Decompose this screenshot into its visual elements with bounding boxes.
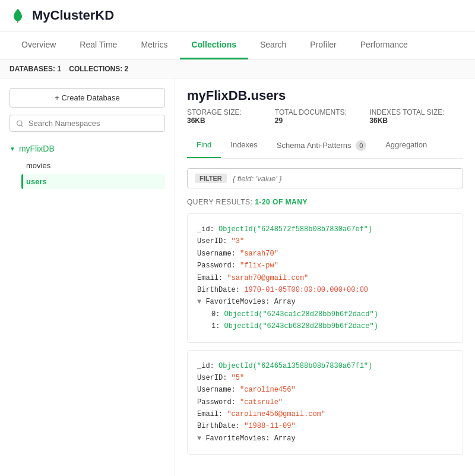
- filter-label: FILTER: [195, 174, 227, 183]
- storage-size-meta: STORAGE SIZE: 36KB: [187, 108, 261, 125]
- indexes-total-label: INDEXES TOTAL SIZE:: [369, 108, 444, 116]
- sidebar: + Create Database ▼ myFlixDB movies user…: [0, 78, 175, 476]
- tab-aggregation[interactable]: Aggregation: [376, 134, 436, 158]
- document-card-2: _id: ObjectId("62465a13588b08b7830a67f1"…: [187, 350, 463, 455]
- indexes-total-value: 36KB: [369, 116, 388, 125]
- databases-value: 1: [57, 65, 61, 73]
- doc-field-username: Username: "sarah70": [197, 248, 453, 260]
- collection-list: movies users: [10, 158, 165, 189]
- main-nav: Overview Real Time Metrics Collections S…: [0, 31, 475, 60]
- header: MyClusterKD: [0, 0, 475, 31]
- query-results-label: QUERY RESULTS: 1-20 OF MANY: [187, 198, 463, 206]
- collection-item-users[interactable]: users: [21, 174, 165, 189]
- doc2-field-favmovies: ▼ FavoriteMovies: Array: [197, 433, 453, 445]
- total-docs-meta: TOTAL DOCUMENTS: 29: [275, 108, 356, 125]
- query-results-range: 1-20 OF MANY: [255, 198, 308, 206]
- nav-search[interactable]: Search: [248, 31, 298, 59]
- collection-title: myFlixDB.users: [187, 88, 463, 103]
- schema-anti-patterns-badge: 0: [356, 140, 366, 151]
- storage-size-value: 36KB: [187, 116, 205, 125]
- doc2-field-birthdate: BirthDate: "1988-11-09": [197, 420, 453, 432]
- nav-performance[interactable]: Performance: [349, 31, 420, 59]
- search-namespaces-input[interactable]: [28, 119, 159, 128]
- svg-line-1: [21, 125, 23, 126]
- doc-field-userid: UserID: "3": [197, 235, 453, 247]
- tab-find[interactable]: Find: [187, 134, 221, 158]
- search-icon: [16, 119, 24, 128]
- collections-value: 2: [125, 65, 129, 73]
- doc-field-favmovies: ▼ FavoriteMovies: Array: [197, 296, 453, 308]
- doc-field-password: Password: "flix-pw": [197, 260, 453, 272]
- indexes-total-meta: INDEXES TOTAL SIZE: 36KB: [369, 108, 463, 125]
- doc-field-favmovies-0: 0: ObjectId("6243ca1c28d28bb9b6f2dacd"): [197, 308, 453, 320]
- doc2-field-id: _id: ObjectId("62465a13588b08b7830a67f1"…: [197, 360, 453, 372]
- doc-field-id: _id: ObjectId("6248572f588b08b7830a67ef"…: [197, 223, 453, 235]
- doc2-field-userid: UserID: "5": [197, 372, 453, 384]
- doc-field-email: Email: "sarah70@gmail.com": [197, 272, 453, 284]
- collection-tabs: Find Indexes Schema Anti-Patterns 0 Aggr…: [187, 134, 463, 159]
- database-item-myflixdb[interactable]: ▼ myFlixDB: [10, 141, 165, 156]
- nav-collections[interactable]: Collections: [180, 31, 248, 59]
- nav-metrics[interactable]: Metrics: [129, 31, 179, 59]
- filter-bar: FILTER: [187, 168, 463, 188]
- nav-realtime[interactable]: Real Time: [68, 31, 129, 59]
- nav-profiler[interactable]: Profiler: [298, 31, 348, 59]
- stats-bar: DATABASES: 1 COLLECTIONS: 2: [0, 60, 475, 78]
- create-database-button[interactable]: + Create Database: [10, 88, 165, 108]
- main-layout: + Create Database ▼ myFlixDB movies user…: [0, 78, 475, 476]
- nav-overview[interactable]: Overview: [10, 31, 68, 59]
- doc2-field-email: Email: "caroline456@gmail.com": [197, 408, 453, 420]
- main-content: myFlixDB.users STORAGE SIZE: 36KB TOTAL …: [175, 78, 475, 476]
- tab-schema-anti-patterns[interactable]: Schema Anti-Patterns 0: [267, 134, 376, 158]
- search-namespaces-input-container: [10, 115, 165, 132]
- databases-label: DATABASES:: [10, 65, 55, 73]
- total-docs-value: 29: [275, 116, 283, 125]
- collection-item-movies[interactable]: movies: [21, 158, 165, 173]
- svg-point-0: [17, 121, 23, 126]
- total-docs-label: TOTAL DOCUMENTS:: [275, 108, 347, 116]
- collections-label: COLLECTIONS:: [69, 65, 122, 73]
- filter-input[interactable]: [233, 174, 455, 183]
- expand-arrow-icon: ▼: [10, 146, 15, 152]
- doc2-field-username: Username: "caroline456": [197, 384, 453, 396]
- app-title: MyClusterKD: [32, 8, 114, 23]
- doc-field-favmovies-1: 1: ObjectId("6243cb6828d28bb9b6f2dace"): [197, 320, 453, 332]
- app-logo: MyClusterKD: [10, 7, 114, 24]
- mongodb-leaf-icon: [10, 7, 26, 24]
- doc-field-birthdate: BirthDate: 1970-01-05T00:00:00.000+00:00: [197, 284, 453, 296]
- database-name: myFlixDB: [19, 144, 55, 153]
- doc2-field-password: Password: "catsrule": [197, 396, 453, 408]
- document-card-1: _id: ObjectId("6248572f588b08b7830a67ef"…: [187, 213, 463, 343]
- collection-meta: STORAGE SIZE: 36KB TOTAL DOCUMENTS: 29 I…: [187, 108, 463, 125]
- storage-size-label: STORAGE SIZE:: [187, 108, 242, 116]
- tab-indexes[interactable]: Indexes: [221, 134, 267, 158]
